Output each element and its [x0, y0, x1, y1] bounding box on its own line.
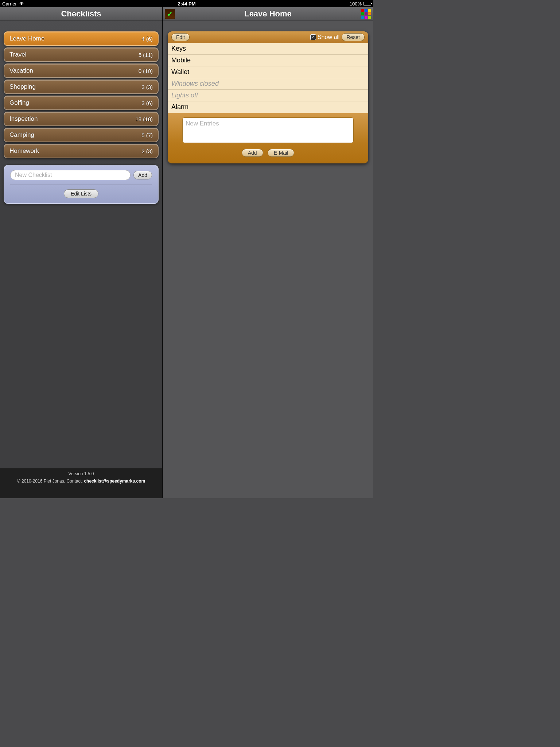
detail-pane: ✓ Leave Home Edit ✓ Show all Reset KeysM…	[163, 7, 373, 498]
reset-button[interactable]: Reset	[342, 33, 365, 41]
checklist-row[interactable]: Travel5 (11)	[4, 47, 159, 62]
entry-area: Add E-Mail	[168, 113, 368, 163]
checklist-row[interactable]: Golfing3 (6)	[4, 96, 159, 110]
checkbox-icon: ✓	[310, 34, 316, 40]
checklist-row[interactable]: Leave Home4 (6)	[4, 31, 159, 46]
detail-toolbar: Edit ✓ Show all Reset	[168, 31, 368, 43]
color-picker-button[interactable]	[361, 9, 371, 19]
battery-percent: 100%	[350, 1, 362, 7]
detail-card: Edit ✓ Show all Reset KeysMobileWalletWi…	[168, 31, 368, 163]
edit-lists-button[interactable]: Edit Lists	[64, 189, 98, 198]
email-button[interactable]: E-Mail	[268, 149, 295, 157]
clock: 2:44 PM	[125, 1, 248, 7]
battery-icon	[363, 2, 371, 5]
checklist-row[interactable]: Shopping3 (3)	[4, 80, 159, 94]
checklist-item[interactable]: Windows closed	[168, 78, 368, 90]
detail-title: Leave Home	[244, 9, 292, 19]
show-all-toggle[interactable]: ✓ Show all	[310, 34, 339, 40]
checklist-item[interactable]: Keys	[168, 43, 368, 55]
checklist-count: 5 (7)	[141, 132, 153, 138]
checklist-count: 5 (11)	[139, 52, 153, 58]
checklist-item[interactable]: Lights off	[168, 90, 368, 101]
copyright-label: © 2010-2016 Piet Jonas, Contact:	[17, 479, 84, 484]
sidebar-titlebar: Checklists	[0, 7, 162, 20]
checklist-name: Leave Home	[9, 35, 141, 42]
checklist-name: Inspection	[9, 115, 135, 123]
checklist-count: 3 (6)	[141, 100, 153, 106]
checklist-name: Golfing	[9, 99, 141, 107]
checklist-row[interactable]: Camping5 (7)	[4, 128, 159, 142]
checklist-item[interactable]: Alarm	[168, 101, 368, 113]
new-entries-input[interactable]	[182, 117, 354, 143]
contact-email[interactable]: checklist@speedymarks.com	[84, 479, 145, 484]
checklist-count: 0 (10)	[139, 68, 153, 74]
new-checklist-input[interactable]	[10, 170, 131, 180]
checklist-row[interactable]: Inspection18 (18)	[4, 112, 159, 126]
checklist-name: Travel	[9, 51, 139, 58]
add-checklist-button[interactable]: Add	[133, 171, 152, 179]
version-label: Version 1.5.0	[0, 471, 162, 476]
edit-button[interactable]: Edit	[171, 33, 190, 41]
show-all-label: Show all	[318, 34, 339, 40]
checklist-item[interactable]: Wallet	[168, 66, 368, 78]
sidebar-title: Checklists	[61, 9, 101, 19]
checklist-name: Homework	[9, 147, 141, 155]
checklist-name: Camping	[9, 131, 141, 139]
checklist-row[interactable]: Homework2 (3)	[4, 144, 159, 158]
carrier-label: Carrier	[2, 1, 17, 7]
checklist-count: 4 (6)	[141, 36, 153, 42]
checklist-count: 3 (3)	[141, 84, 153, 90]
sidebar: Checklists Leave Home4 (6)Travel5 (11)Va…	[0, 7, 163, 498]
checklist-count: 2 (3)	[141, 148, 153, 154]
app-icon[interactable]: ✓	[165, 9, 175, 19]
checklist-name: Shopping	[9, 83, 141, 90]
checklist-count: 18 (18)	[135, 116, 153, 122]
footer: Version 1.5.0 © 2010-2016 Piet Jonas, Co…	[0, 468, 162, 498]
add-entry-button[interactable]: Add	[242, 149, 263, 157]
detail-titlebar: ✓ Leave Home	[163, 7, 373, 20]
checklist-item[interactable]: Mobile	[168, 55, 368, 66]
wifi-icon	[19, 1, 24, 7]
new-list-panel: Add Edit Lists	[4, 165, 159, 204]
checklist-row[interactable]: Vacation0 (10)	[4, 63, 159, 78]
status-bar: Carrier 2:44 PM 100%	[0, 0, 373, 7]
checklist-name: Vacation	[9, 67, 139, 74]
